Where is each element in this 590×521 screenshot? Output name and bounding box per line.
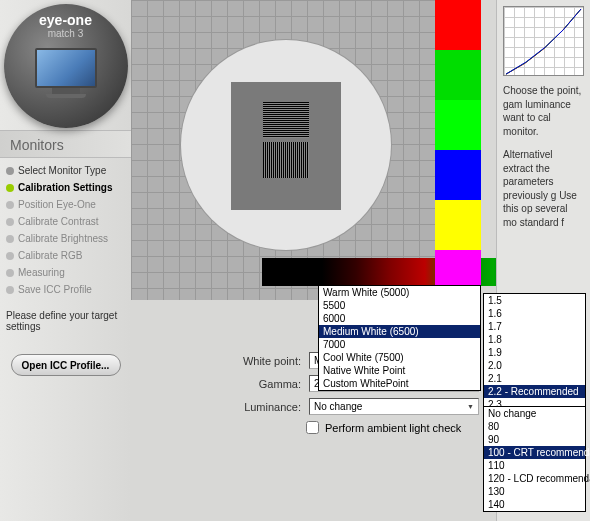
whitepoint-label: White point: xyxy=(131,355,309,367)
step-3: Calibrate Contrast xyxy=(0,213,131,230)
dropdown-option[interactable]: 110 xyxy=(484,459,585,472)
calibration-preview xyxy=(131,0,481,300)
step-list: Select Monitor TypeCalibration SettingsP… xyxy=(0,158,131,302)
curve-preview xyxy=(503,6,584,76)
dropdown-option[interactable]: 7000 xyxy=(319,338,480,351)
step-5: Calibrate RGB xyxy=(0,247,131,264)
chevron-down-icon: ▼ xyxy=(467,403,474,410)
dropdown-option[interactable]: 80 xyxy=(484,420,585,433)
dropdown-option[interactable]: 120 - LCD recommendation xyxy=(484,472,585,485)
step-7: Save ICC Profile xyxy=(0,281,131,298)
dropdown-option[interactable]: Cool White (7500) xyxy=(319,351,480,364)
ambient-light-checkbox[interactable] xyxy=(306,421,319,434)
dropdown-option[interactable]: Custom WhitePoint xyxy=(319,377,480,390)
dropdown-option[interactable]: 100 - CRT recommendation xyxy=(484,446,585,459)
dropdown-option[interactable]: No change xyxy=(484,407,585,420)
horizontal-lines-pattern xyxy=(263,102,309,138)
brand-name: eye-one xyxy=(4,12,128,28)
dropdown-option[interactable]: 1.5 xyxy=(484,294,585,307)
dropdown-option[interactable]: 2.2 - Recommended xyxy=(484,385,585,398)
brand-subtitle: match 3 xyxy=(4,28,128,39)
section-header: Monitors xyxy=(0,130,131,158)
gamma-label: Gamma: xyxy=(131,378,309,390)
dropdown-option[interactable]: 2.0 xyxy=(484,359,585,372)
help-text: Choose the point, gam luminance want to … xyxy=(497,84,590,229)
step-4: Calibrate Brightness xyxy=(0,230,131,247)
step-6: Measuring xyxy=(0,264,131,281)
dropdown-option[interactable]: 1.9 xyxy=(484,346,585,359)
color-swatches xyxy=(435,0,481,300)
whitepoint-dropdown-list[interactable]: Warm White (5000)55006000Medium White (6… xyxy=(318,285,481,391)
dropdown-option[interactable]: Medium White (6500) xyxy=(319,325,480,338)
step-1[interactable]: Calibration Settings xyxy=(0,179,131,196)
sidebar: eye-one match 3 Monitors Select Monitor … xyxy=(0,0,131,521)
dropdown-option[interactable]: 1.8 xyxy=(484,333,585,346)
step-0[interactable]: Select Monitor Type xyxy=(0,162,131,179)
luminance-select[interactable]: No change▼ xyxy=(309,398,479,415)
dropdown-option[interactable]: 1.7 xyxy=(484,320,585,333)
open-icc-profile-button[interactable]: Open ICC Profile... xyxy=(11,354,121,376)
dropdown-option[interactable]: 5500 xyxy=(319,299,480,312)
step-2: Position Eye-One xyxy=(0,196,131,213)
dropdown-option[interactable]: 6000 xyxy=(319,312,480,325)
dropdown-option[interactable]: 140 xyxy=(484,498,585,511)
luminance-dropdown-list[interactable]: No change8090100 - CRT recommendation110… xyxy=(483,406,586,512)
dropdown-option[interactable]: Warm White (5000) xyxy=(319,286,480,299)
dropdown-option[interactable]: 2.1 xyxy=(484,372,585,385)
monitor-icon xyxy=(30,48,102,104)
gamma-dropdown-list[interactable]: 1.51.61.71.81.92.02.12.2 - Recommended2.… xyxy=(483,293,586,412)
dropdown-option[interactable]: 1.6 xyxy=(484,307,585,320)
dropdown-option[interactable]: 90 xyxy=(484,433,585,446)
brand-badge: eye-one match 3 xyxy=(4,4,128,128)
dropdown-option[interactable]: Native White Point xyxy=(319,364,480,377)
instruction-text: Please define your target settings xyxy=(0,302,131,340)
dropdown-option[interactable]: 130 xyxy=(484,485,585,498)
luminance-label: Luminance: xyxy=(131,401,309,413)
vertical-lines-pattern xyxy=(263,142,309,178)
ambient-light-label: Perform ambient light check xyxy=(325,422,461,434)
